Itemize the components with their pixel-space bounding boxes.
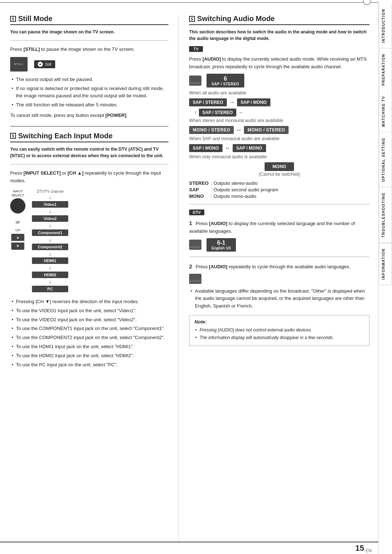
switching-input-bullets: Pressing [CH ▼] reverses the direction o… [10,298,168,368]
input-bullet-1: To use the VIDEO1 input jack on the unit… [10,307,168,315]
input-box-hdmi1: HDMI1 [32,257,68,264]
note-bullets: Pressing [AUDIO] does not control extern… [195,327,364,341]
mono-stereo-right: MONO / STEREO [244,126,289,134]
dtv-audio-button: AUDIO [189,240,201,250]
mode-sap-mono-row: SAP / MONO ↔ SAP / MONO [189,144,369,152]
still-image-area: STILL Still [10,57,168,72]
input-box-video1: Video1 [32,201,68,208]
input-bullet-7: To use the PC input jack on the unit, se… [10,361,168,369]
audio-button: AUDIO [189,76,201,86]
flow-arrow-2: ↓ [49,223,52,229]
dtv-step2-bullets: Available languages differ depending on … [189,288,369,310]
ch-up-button: ▲ [11,234,24,241]
osd-61-text: English 1/3 [212,246,231,250]
return-arrow-1: ↑ [194,110,197,115]
still-osd-text: Still [45,62,52,66]
page-number: 15 [355,543,364,553]
input-select-button [10,198,25,213]
sidebar-tab-troubleshooting[interactable]: TROUBLESHOOTING [379,187,392,243]
sap-key: SAP [189,187,211,192]
step2-num: 2 [189,263,192,269]
page-lang: EN [366,548,372,553]
still-button-graphic: STILL [10,57,28,72]
input-box-pc: PC [32,286,68,292]
switching-input-subtitle: You can easily switch with the remote co… [10,146,168,159]
sap-stereo-return-row: ↑ SAP / STEREO ← [193,109,369,117]
note-bullet-0: Pressing [AUDIO] does not control extern… [195,327,364,333]
input-box-hdmi2: HDMI2 [32,272,68,278]
mono-val: : Outputs mono-audio [211,194,256,199]
arrow-double-2: ↔ [236,127,242,133]
when-stereo-mono-desc: When stereo and monaural audio are avail… [189,118,369,123]
switching-audio-section: 5 Switching Audio Mode This section desc… [189,15,369,346]
still-mode-bullets: The sound output will not be paused. If … [10,76,168,109]
input-flow: DTV/TV channel ↓ Video1 ↓ Video2 ↓ Compo… [32,190,68,293]
sap-val: : Outputs second audio program [211,187,278,192]
note-title: Note: [195,319,364,325]
when-all-desc: When all audio are available [189,90,369,95]
sidebar: INTRODUCTION PREPARATION WATCHING TV OPT… [378,0,392,554]
sidebar-tab-preparation[interactable]: PREPARATION [379,49,392,91]
when-mono-only-desc: When only monaural audio is available [189,154,369,159]
still-mode-title: 5 Still Mode [10,15,168,25]
remote-buttons: INPUTSELECT or CH ▲ ▼ [10,190,25,293]
audio-display-row: AUDIO 6 SAP / STEREO [189,74,369,87]
still-cancel-text: To cancel still mode, press any button e… [10,112,168,119]
input-bullet-6: To use the HDMI2 input jack on the unit,… [10,352,168,360]
dtv-bullet-0: Available languages differ depending on … [189,288,369,310]
stereo-key: STEREO [189,180,211,186]
sap-stereo-from: SAP / STEREO [189,98,227,106]
mono-stereo-left: MONO / STEREO [189,126,234,134]
switching-audio-checkbox-icon: 5 [189,16,195,22]
sidebar-tab-optional-setting[interactable]: OPTIONAL SETTING [379,133,392,187]
dtv-tag: DTV [189,209,204,215]
input-bullet-0: Pressing [CH ▼] reverses the direction o… [10,298,168,306]
audio-btn-label: AUDIO [190,81,201,85]
flow-arrow-3: ↓ [49,237,52,243]
stereo-val: : Outputs stereo-audio [211,180,258,186]
switching-input-checkbox-icon: 5 [10,133,16,139]
sap-mono-left: SAP / MONO [189,144,222,152]
switching-audio-title: 5 Switching Audio Mode [189,15,369,25]
input-bullet-4: To use the COMPONENT2 input jack on the … [10,334,168,342]
input-select-label: INPUTSELECT [11,190,24,197]
flow-arrow-5: ↓ [49,265,52,271]
mode-stereo-mono-row: MONO / STEREO ↔ MONO / STEREO [189,126,369,134]
switching-input-title-text: Switching Each Input Mode [18,132,113,140]
step1-num: 1 [189,220,192,226]
when-sap-mono-desc: When SAP and monaural audio are availabl… [189,136,369,141]
mono-only-container: MONO [189,162,369,171]
mode-all-row: SAP / STEREO → SAP / MONO [189,98,369,106]
still-osd-display: Still [34,60,55,68]
flow-arrow-4: ↓ [49,251,52,257]
tv-tag: TV [189,46,203,52]
still-mode-section: 5 Still Mode You can pause the image sho… [10,15,168,119]
input-box-video2: Video2 [32,215,68,222]
dtv-step1: 1 Press [AUDIO] to display the currently… [189,219,369,235]
arrow-double-3: ↔ [225,145,230,151]
sidebar-tab-introduction[interactable]: INTRODUCTION [379,4,392,49]
ch-buttons: CH ▲ ▼ [11,228,24,250]
still-mode-checkbox-icon: 5 [10,16,16,22]
tv-body: Press [AUDIO] to display the currently s… [189,56,369,71]
osd-61-display: 6-1 English 1/3 [207,238,236,252]
sap-row: SAP : Outputs second audio program [189,187,369,192]
input-box-component2: Component2 [32,244,68,250]
still-button-label: STILL [14,62,24,66]
sidebar-tab-watching-tv[interactable]: WATCHING TV [379,91,392,133]
still-bullet-1: The sound output will not be paused. [10,76,168,83]
still-mode-subtitle: You can pause the image shown on the TV … [10,29,168,35]
still-osd-icon [38,62,43,67]
switching-input-section: 5 Switching Each Input Mode You can easi… [10,132,168,369]
stereo-sap-mono-table: STEREO : Outputs stereo-audio SAP : Outp… [189,180,369,199]
sap-mono-right: SAP / MONO [233,144,266,152]
flow-arrow-6: ↓ [49,279,52,285]
switching-audio-title-text: Switching Audio Mode [197,15,275,23]
input-bullet-2: To use the VIDEO2 input jack on the unit… [10,316,168,324]
ch-label: CH [16,228,20,232]
sidebar-tab-information[interactable]: INFORMATION [379,243,392,285]
still-mode-body: Press [STILL] to pause the image shown o… [10,46,168,53]
dtv-audio-btn-label: AUDIO [190,245,201,249]
sap-mono-to: SAP / MONO [237,98,270,106]
osd-text: SAP / STEREO [212,82,239,86]
